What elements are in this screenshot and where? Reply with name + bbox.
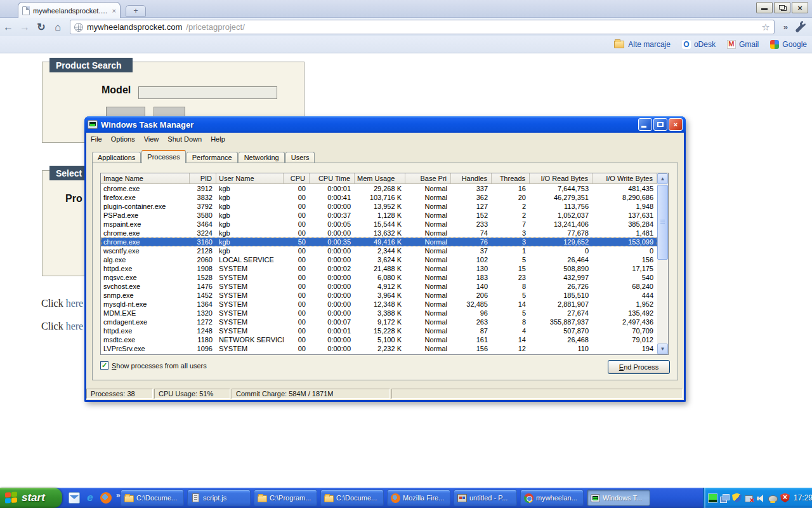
taskbar-clock: 17:29 [794, 493, 812, 502]
process-row[interactable]: msdtc.exe1180NETWORK SERVICE000:00:005,1… [101, 335, 657, 344]
firefox-icon[interactable] [100, 492, 112, 504]
column-header[interactable]: I/O Write Bytes [593, 173, 657, 184]
internet-explorer-icon[interactable]: e [84, 492, 96, 504]
process-scrollbar[interactable]: ▲ ▼ [657, 173, 668, 354]
column-header[interactable]: Mem Usage [355, 173, 405, 184]
process-row[interactable]: MDM.EXE1320SYSTEM000:00:003,388 KNormal9… [101, 309, 657, 318]
process-row[interactable]: chrome.exe3912kgb000:00:0129,268 KNormal… [101, 184, 657, 193]
taskbar-button[interactable]: C:\Docume... [121, 490, 184, 506]
quicklaunch-chevron-icon[interactable]: » [116, 491, 121, 500]
process-row[interactable]: chrome.exe3160kgb500:00:3549,416 KNormal… [101, 237, 657, 246]
model-input[interactable] [138, 86, 277, 99]
taskman-tab[interactable]: Users [285, 152, 315, 163]
process-cell: LVPrcSrv.exe [101, 344, 190, 353]
network-disconnected-tray-icon[interactable] [744, 493, 754, 503]
bookmark-item[interactable]: Gmail [727, 40, 759, 49]
other-bookmarks-folder[interactable]: Alte marcaje [614, 40, 671, 49]
process-cell: 153,099 [593, 237, 657, 246]
column-header[interactable]: PID [190, 173, 216, 184]
taskman-minimize-button[interactable] [638, 118, 652, 131]
process-row[interactable]: httpd.exe1908SYSTEM000:00:0221,488 KNorm… [101, 264, 657, 273]
here-link[interactable]: here [66, 298, 84, 309]
taskbar-button[interactable]: C:\Docume... [320, 490, 384, 506]
column-header[interactable]: CPU [284, 173, 310, 184]
reload-icon[interactable]: ↻ [33, 20, 49, 35]
column-header[interactable]: I/O Read Bytes [530, 173, 593, 184]
taskbar-button[interactable]: script.js [187, 490, 251, 506]
mouse-device-tray-icon[interactable] [768, 495, 778, 502]
bookmark-item[interactable]: Google [770, 40, 807, 49]
scrollbar-thumb[interactable] [657, 185, 668, 260]
restore-button[interactable] [774, 2, 790, 13]
taskman-menubar: FileOptionsViewShut DownHelp [86, 133, 684, 145]
process-cell: 540 [593, 273, 657, 282]
process-cell: 385,284 [593, 220, 657, 229]
taskbar-button[interactable]: C:\Program... [254, 490, 317, 506]
start-button[interactable]: start [0, 488, 62, 508]
end-process-button[interactable]: End Process [608, 360, 670, 374]
process-row[interactable]: mysqld-nt.exe1364SYSTEM000:00:0012,348 K… [101, 300, 657, 309]
process-row[interactable]: httpd.exe1248SYSTEM000:00:0115,228 KNorm… [101, 326, 657, 335]
wrench-menu-icon[interactable] [792, 20, 807, 35]
security-alert-tray-icon[interactable] [780, 493, 790, 503]
menu-item[interactable]: File [86, 134, 107, 144]
taskbar-button[interactable]: untitled - P... [454, 490, 517, 506]
here-link[interactable]: here [66, 321, 84, 331]
taskman-close-button[interactable]: × [669, 118, 683, 131]
column-header[interactable]: Image Name [101, 173, 190, 184]
process-row[interactable]: plugin-container.exe3792kgb000:00:0013,9… [101, 202, 657, 211]
process-row[interactable]: snmp.exe1452SYSTEM000:00:003,964 KNormal… [101, 291, 657, 300]
column-header[interactable]: User Name [216, 173, 284, 184]
taskbar-button[interactable]: Mozilla Fire... [387, 490, 450, 506]
outlook-express-icon[interactable] [69, 492, 80, 504]
process-cell: 8 [492, 318, 530, 326]
process-cell: kgb [216, 237, 284, 246]
process-row[interactable]: cmdagent.exe1272SYSTEM000:00:079,172 KNo… [101, 318, 657, 326]
taskman-tab[interactable]: Applications [92, 152, 141, 163]
network-tray-icon[interactable] [720, 493, 730, 503]
toolbar-chevron-icon[interactable]: » [780, 22, 792, 32]
taskbar-button[interactable]: Windows T... [587, 490, 650, 506]
taskman-tab[interactable]: Processes [141, 150, 185, 163]
column-header[interactable]: Base Pri [405, 173, 451, 184]
close-button[interactable]: × [792, 2, 808, 13]
back-icon[interactable]: ← [0, 20, 16, 35]
bookmark-star-icon[interactable]: ☆ [761, 22, 769, 33]
bookmark-item[interactable]: O oDesk [682, 40, 716, 49]
process-row[interactable]: LVPrcSrv.exe1096SYSTEM000:00:002,232 KNo… [101, 344, 657, 353]
show-all-users-checkbox[interactable]: ✓ [100, 361, 108, 370]
tab-close-icon[interactable]: × [112, 7, 116, 15]
menu-item[interactable]: View [140, 134, 164, 144]
new-tab-button[interactable]: + [126, 5, 146, 17]
process-row[interactable]: alg.exe2060LOCAL SERVICE000:00:003,624 K… [101, 255, 657, 264]
process-row[interactable]: mqsvc.exe1528SYSTEM000:00:006,080 KNorma… [101, 273, 657, 282]
scroll-up-icon[interactable]: ▲ [657, 173, 668, 184]
browser-tab[interactable]: mywheelandsprocket.com/... × [18, 2, 121, 18]
process-cell: 29,268 K [355, 184, 405, 193]
address-bar[interactable]: mywheelandsprocket.com /pricetagproject/… [70, 20, 775, 34]
process-row[interactable]: mspaint.exe3464kgb000:00:0515,544 KNorma… [101, 220, 657, 229]
firewall-shield-tray-icon[interactable] [732, 493, 742, 503]
menu-item[interactable]: Help [206, 134, 230, 144]
process-row[interactable]: PSPad.exe3580kgb000:00:371,128 KNormal15… [101, 211, 657, 220]
volume-tray-icon[interactable] [756, 493, 766, 503]
process-row[interactable]: svchost.exe1476SYSTEM000:00:004,912 KNor… [101, 282, 657, 291]
taskman-tab[interactable]: Networking [239, 152, 285, 163]
minimize-button[interactable] [756, 2, 773, 13]
column-header[interactable]: Handles [451, 173, 492, 184]
home-icon[interactable]: ⌂ [49, 20, 66, 35]
process-row[interactable]: chrome.exe3224kgb000:00:0013,632 KNormal… [101, 229, 657, 237]
taskman-titlebar[interactable]: Windows Task Manager × [84, 116, 686, 133]
process-row[interactable]: wscntfy.exe2128kgb000:00:002,344 KNormal… [101, 246, 657, 255]
menu-item[interactable]: Shut Down [163, 134, 206, 144]
scroll-down-icon[interactable]: ▼ [657, 344, 668, 354]
column-header[interactable]: CPU Time [310, 173, 355, 184]
taskman-tab[interactable]: Performance [187, 152, 238, 163]
forward-icon[interactable]: → [16, 20, 33, 35]
taskbar-button[interactable]: mywheelan... [520, 490, 584, 506]
menu-item[interactable]: Options [107, 134, 140, 144]
column-header[interactable]: Threads [492, 173, 530, 184]
process-row[interactable]: firefox.exe3832kgb000:00:41103,716 KNorm… [101, 193, 657, 202]
cpu-meter-tray-icon[interactable] [708, 493, 717, 503]
taskman-maximize-button[interactable] [653, 118, 667, 131]
